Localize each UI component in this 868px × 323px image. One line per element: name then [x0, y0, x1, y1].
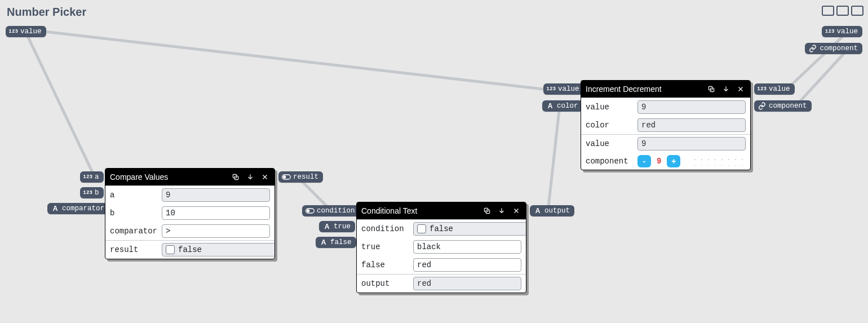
port-global-value-right[interactable]: 123 value	[822, 26, 862, 37]
field-value-in-display	[637, 100, 746, 114]
port-conditional-false[interactable]: A false	[316, 237, 356, 248]
port-compare-comparator[interactable]: A comparator	[47, 203, 109, 214]
field-output-display	[413, 277, 521, 290]
port-label: true	[334, 222, 351, 231]
field-true-input[interactable]	[413, 240, 521, 254]
tool-box-3[interactable]	[851, 6, 863, 16]
increment-button[interactable]: +	[667, 155, 680, 167]
download-icon[interactable]	[245, 172, 255, 182]
port-increment-value-out[interactable]: 123 value	[754, 83, 795, 95]
number-icon: 123	[758, 85, 767, 93]
field-label: comparator	[110, 227, 157, 236]
field-comparator-input[interactable]	[162, 224, 270, 238]
node-inputs-section: a b comparator	[105, 185, 274, 240]
port-conditional-true[interactable]: A true	[319, 221, 355, 232]
link-icon	[808, 45, 817, 52]
field-label: value	[586, 103, 633, 112]
field-false-input[interactable]	[413, 258, 521, 272]
field-label: component	[586, 157, 633, 166]
field-label: a	[110, 191, 157, 200]
port-increment-value-in[interactable]: 123 value	[543, 83, 584, 95]
node-outputs-section: result false	[105, 240, 274, 259]
port-label: component	[769, 101, 807, 110]
port-label: comparator	[62, 204, 104, 213]
field-label: color	[586, 121, 633, 130]
field-b-input[interactable]	[162, 206, 270, 220]
close-icon[interactable]	[511, 206, 521, 216]
copy-icon[interactable]	[231, 172, 241, 182]
canvas[interactable]: Number Picker 123 value 123 value compon…	[0, 0, 868, 323]
checkbox-icon	[417, 224, 426, 233]
svg-point-11	[307, 209, 309, 212]
svg-line-0	[27, 35, 95, 177]
field-condition-value: false	[429, 224, 453, 233]
port-compare-a[interactable]: 123 a	[80, 171, 104, 183]
download-icon[interactable]	[497, 206, 507, 216]
node-title: Increment Decrement	[586, 85, 702, 94]
svg-line-1	[39, 31, 552, 90]
field-condition-display: false	[413, 222, 526, 236]
port-compare-result[interactable]: result	[278, 171, 323, 183]
port-increment-component-out[interactable]: component	[754, 100, 812, 112]
field-label: result	[110, 245, 157, 254]
toggle-icon	[305, 207, 315, 215]
port-label: b	[95, 188, 99, 197]
row-result: result false	[105, 241, 274, 259]
svg-line-5	[795, 52, 845, 107]
node-inputs-section: condition false true false	[357, 219, 526, 274]
svg-line-4	[786, 34, 845, 90]
node-compare-values[interactable]: Compare Values a b comparator	[105, 168, 275, 259]
field-label: false	[361, 260, 409, 269]
copy-icon[interactable]	[482, 206, 492, 216]
row-false: false	[357, 256, 526, 274]
port-increment-color-in[interactable]: A color	[542, 100, 583, 112]
tool-box-1[interactable]	[822, 6, 834, 16]
field-label: true	[361, 242, 409, 251]
close-icon[interactable]	[260, 172, 270, 182]
copy-icon[interactable]	[706, 84, 716, 94]
node-title: Conditional Text	[361, 206, 477, 215]
node-header[interactable]: Conditional Text	[357, 202, 526, 219]
field-label: condition	[361, 224, 409, 233]
port-label: false	[330, 238, 352, 247]
port-label: value	[769, 85, 790, 94]
row-component: component - 9 +	[581, 153, 750, 170]
port-label: result	[293, 172, 318, 182]
link-icon	[758, 102, 767, 110]
tool-box-2[interactable]	[836, 6, 849, 16]
row-condition: condition false	[357, 220, 526, 238]
node-conditional-text[interactable]: Conditional Text condition false	[356, 202, 526, 293]
checkbox-icon	[166, 245, 175, 254]
port-conditional-output[interactable]: A output	[530, 205, 574, 216]
port-label: condition	[317, 206, 355, 215]
node-header[interactable]: Compare Values	[105, 169, 274, 185]
port-global-component-right[interactable]: component	[805, 43, 862, 54]
port-label: a	[95, 172, 99, 182]
row-color: color	[581, 116, 750, 134]
node-increment-decrement[interactable]: Increment Decrement value color va	[581, 80, 751, 170]
field-label: value	[586, 139, 633, 148]
text-icon: A	[546, 102, 555, 110]
row-comparator: comparator	[105, 222, 274, 240]
node-outputs-section: output	[357, 274, 526, 293]
node-header[interactable]: Increment Decrement	[581, 81, 750, 98]
canvas-tool-squares	[822, 6, 863, 16]
row-value-in: value	[581, 98, 750, 116]
port-label: output	[544, 206, 570, 215]
decrement-button[interactable]: -	[637, 155, 651, 167]
port-conditional-condition[interactable]: condition	[302, 205, 360, 216]
port-label: value	[558, 85, 579, 94]
close-icon[interactable]	[736, 84, 746, 94]
svg-line-3	[548, 110, 559, 212]
stepper-value: 9	[657, 157, 661, 166]
port-global-value-left[interactable]: 123 value	[6, 26, 46, 37]
port-label: component	[820, 44, 858, 53]
svg-point-9	[283, 175, 286, 178]
number-icon: 123	[825, 28, 834, 36]
download-icon[interactable]	[721, 84, 731, 94]
stepper-component: - 9 +	[637, 155, 746, 167]
port-label: color	[557, 101, 578, 110]
port-compare-b[interactable]: 123 b	[80, 187, 104, 198]
field-result-value: false	[178, 245, 202, 254]
field-value-out-display	[637, 137, 746, 151]
